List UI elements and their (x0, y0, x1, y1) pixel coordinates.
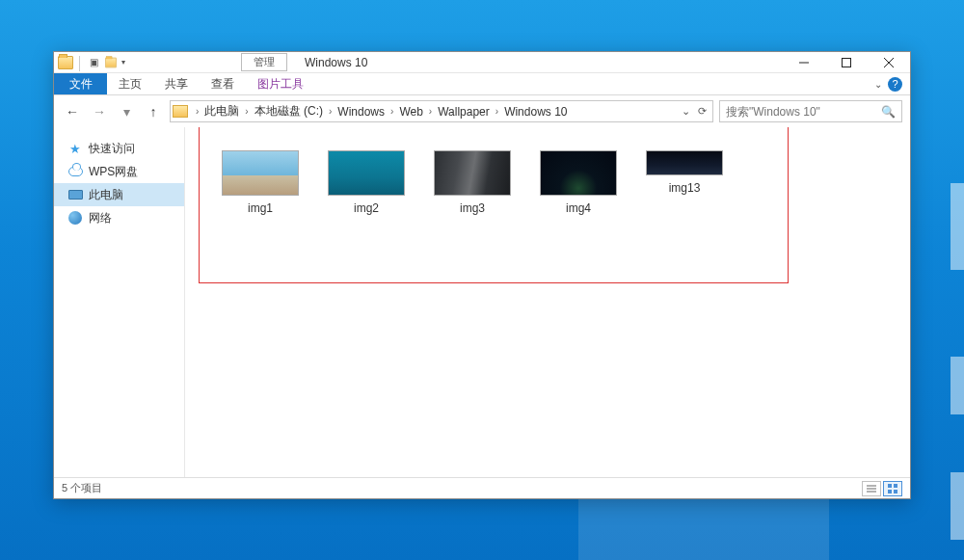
close-button[interactable] (868, 52, 910, 72)
folder-icon (58, 56, 73, 69)
address-bar[interactable]: › 此电脑 › 本地磁盘 (C:) › Windows › Web › Wall… (170, 100, 713, 122)
file-name: img2 (354, 201, 379, 215)
sidebar-item-quickaccess[interactable]: ★ 快速访问 (54, 137, 184, 160)
svg-rect-9 (888, 490, 892, 493)
refresh-icon[interactable]: ⟳ (698, 105, 707, 118)
crumb-wallpaper[interactable]: Wallpaper (436, 105, 492, 119)
sidebar-item-network[interactable]: 网络 (54, 206, 184, 229)
address-row: ← → ▾ ↑ › 此电脑 › 本地磁盘 (C:) › Windows › We… (54, 95, 910, 127)
chevron-right-icon[interactable]: › (492, 106, 502, 117)
thumbnail-icon (328, 150, 405, 196)
file-name: img3 (460, 201, 485, 215)
crumb-disk-c[interactable]: 本地磁盘 (C:) (253, 103, 325, 120)
qat-properties-icon[interactable]: ▣ (86, 55, 101, 70)
context-tab-label: 管理 (241, 53, 287, 71)
window-title: Windows 10 (305, 56, 367, 69)
tab-share[interactable]: 共享 (153, 73, 200, 94)
quick-access-toolbar: ▣ ▾ (86, 55, 125, 70)
chevron-right-icon[interactable]: › (192, 106, 202, 117)
qat-newfolder-icon[interactable] (103, 55, 119, 70)
sidebar-item-label: 此电脑 (89, 187, 123, 203)
view-thumbnails-button[interactable] (883, 481, 902, 496)
chevron-right-icon[interactable]: › (325, 106, 335, 117)
search-input[interactable] (726, 105, 881, 119)
titlebar-center: 管理 Windows 10 (241, 52, 367, 72)
sidebar-item-wps[interactable]: WPS网盘 (54, 160, 184, 183)
sidebar-item-label: 网络 (89, 210, 112, 227)
maximize-button[interactable] (825, 52, 868, 72)
titlebar: ▣ ▾ 管理 Windows 10 (54, 52, 910, 73)
tab-picture-tools[interactable]: 图片工具 (246, 73, 315, 94)
thumbnail-icon (434, 150, 511, 196)
sidebar-item-label: WPS网盘 (89, 164, 138, 180)
qat-dropdown-icon[interactable]: ▾ (121, 58, 125, 67)
body: ★ 快速访问 WPS网盘 此电脑 网络 img1 img2 img3 i (54, 127, 910, 477)
chevron-right-icon[interactable]: › (387, 106, 397, 117)
crumb-web[interactable]: Web (397, 105, 424, 119)
search-box[interactable]: 🔍 (719, 100, 902, 122)
file-name: img13 (669, 181, 701, 195)
sidebar-item-label: 快速访问 (89, 141, 135, 157)
file-name: img1 (248, 201, 273, 215)
file-item[interactable]: img1 (222, 150, 299, 215)
svg-rect-10 (894, 490, 897, 493)
svg-rect-7 (888, 484, 892, 488)
recent-locations-dropdown[interactable]: ▾ (116, 101, 137, 122)
ribbon-tabs: 文件 主页 共享 查看 图片工具 ⌄ ? (54, 73, 910, 95)
crumb-this-pc[interactable]: 此电脑 (202, 103, 241, 120)
sidebar-item-thispc[interactable]: 此电脑 (54, 183, 184, 206)
addr-folder-icon (173, 105, 188, 118)
minimize-button[interactable] (783, 52, 825, 72)
help-icon[interactable]: ? (888, 77, 902, 92)
search-icon[interactable]: 🔍 (881, 105, 896, 119)
svg-rect-8 (894, 484, 897, 488)
nav-sidebar: ★ 快速访问 WPS网盘 此电脑 网络 (54, 127, 185, 477)
crumb-windows[interactable]: Windows (335, 105, 387, 119)
thumbnail-grid: img1 img2 img3 img4 img13 (185, 127, 910, 238)
file-item[interactable]: img13 (646, 150, 723, 215)
file-name: img4 (566, 201, 591, 215)
view-details-button[interactable] (862, 481, 881, 496)
svg-rect-1 (843, 58, 851, 67)
up-button[interactable]: ↑ (143, 101, 164, 122)
view-mode-toggle (862, 481, 902, 496)
star-icon: ★ (67, 141, 83, 156)
ribbon-collapse-icon[interactable]: ⌄ (874, 79, 882, 90)
chevron-right-icon[interactable]: › (241, 106, 252, 117)
monitor-icon (67, 187, 83, 202)
addr-dropdown-icon[interactable]: ⌄ (682, 105, 690, 118)
forward-button[interactable]: → (89, 101, 110, 122)
file-item[interactable]: img3 (434, 150, 511, 215)
thumbnail-icon (646, 150, 723, 175)
titlebar-left: ▣ ▾ (54, 52, 125, 72)
cloud-icon (67, 164, 83, 179)
thumbnail-icon (540, 150, 617, 196)
globe-icon (67, 210, 83, 226)
file-tab[interactable]: 文件 (54, 73, 107, 94)
thumbnail-icon (222, 150, 299, 196)
file-item[interactable]: img2 (328, 150, 405, 215)
ribbon-right: ⌄ ? (874, 73, 910, 94)
window-controls (783, 52, 910, 72)
content-pane[interactable]: img1 img2 img3 img4 img13 (185, 127, 910, 477)
tab-home[interactable]: 主页 (107, 73, 153, 94)
status-bar: 5 个项目 (54, 477, 910, 498)
crumb-windows10[interactable]: Windows 10 (502, 105, 569, 119)
tab-view[interactable]: 查看 (200, 73, 246, 94)
file-item[interactable]: img4 (540, 150, 617, 215)
separator (79, 56, 80, 71)
back-button[interactable]: ← (62, 101, 83, 122)
explorer-window: ▣ ▾ 管理 Windows 10 文件 主页 共享 查看 图片工具 ⌄ ? ←… (53, 51, 911, 499)
chevron-right-icon[interactable]: › (425, 106, 436, 117)
item-count: 5 个项目 (62, 481, 102, 495)
